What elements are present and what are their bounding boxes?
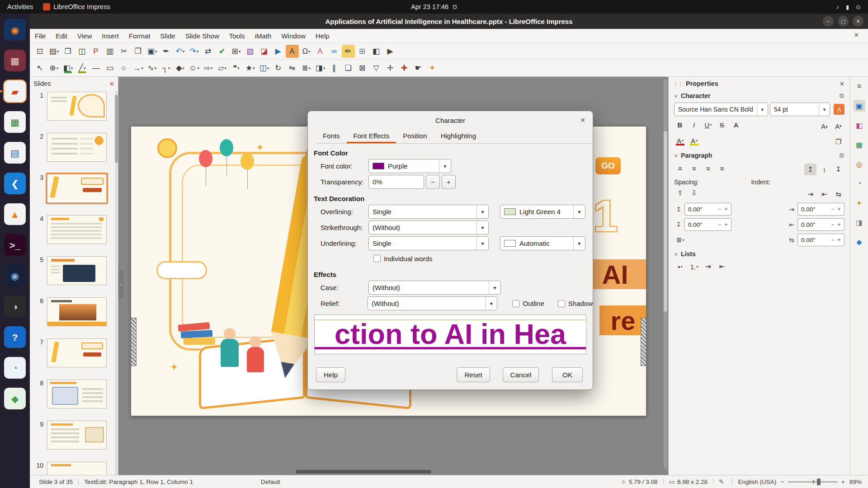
menu-slide[interactable]: Slide bbox=[155, 30, 180, 42]
arrange-icon[interactable]: ◨ ▾ bbox=[314, 61, 327, 75]
overlining-dropdown[interactable]: Single ▾ bbox=[368, 205, 489, 219]
navigator-deck-icon[interactable]: ◎ bbox=[854, 158, 865, 170]
overline-color-dropdown[interactable]: Light Green 4 ▾ bbox=[500, 205, 585, 219]
slide-thumbnail-6[interactable]: 6 bbox=[31, 296, 118, 328]
decrease-indent-button[interactable]: ⇤ bbox=[818, 188, 830, 200]
spin-up-icon[interactable]: + bbox=[836, 206, 842, 212]
chevron-down-icon[interactable]: ▾ bbox=[476, 221, 488, 234]
tab-font-effects[interactable]: Font Effects bbox=[347, 129, 396, 143]
start-slideshow-icon[interactable]: ▶ bbox=[384, 45, 397, 58]
slide-thumbnail-4[interactable]: 4 bbox=[31, 214, 118, 245]
align-right-button[interactable]: ≡ bbox=[702, 162, 714, 174]
insert-line-icon[interactable]: — bbox=[90, 61, 103, 75]
ordered-list-button[interactable]: 1. ▾ bbox=[688, 261, 700, 272]
comments-icon[interactable]: ⊡ bbox=[33, 45, 47, 58]
filter-icon[interactable]: ▽ bbox=[370, 61, 383, 75]
select-icon[interactable]: ↖ bbox=[33, 61, 47, 75]
dock-vlc[interactable]: ▲ bbox=[4, 203, 26, 225]
toggle-shadow-button[interactable]: A bbox=[730, 119, 742, 131]
zoom-icon[interactable]: ⊕ ▾ bbox=[47, 61, 61, 75]
clock-menu[interactable]: Apr 23 17:46 Ω bbox=[411, 3, 457, 10]
dock-calc[interactable]: ▦ bbox=[4, 111, 26, 133]
distribute-icon[interactable]: ∥ bbox=[328, 61, 341, 75]
italic-button[interactable]: I bbox=[688, 119, 700, 131]
window-title-bar[interactable]: Applications of Artificial Intelligence … bbox=[30, 14, 868, 29]
dock-photo-tool[interactable]: ◑ bbox=[4, 296, 26, 317]
underlining-dropdown[interactable]: Single ▾ bbox=[368, 236, 489, 250]
align-bottom-button[interactable]: ↧ bbox=[832, 164, 844, 175]
reset-button[interactable]: Reset bbox=[457, 367, 490, 382]
bold-button[interactable]: B bbox=[674, 119, 686, 131]
align-center-button[interactable]: ≡ bbox=[688, 162, 700, 174]
template-name[interactable]: Default bbox=[261, 479, 280, 485]
font-color-button[interactable]: A ▾ bbox=[674, 135, 686, 146]
spelling-icon[interactable]: ✔ bbox=[216, 45, 229, 58]
edit-points-icon[interactable]: ✛ bbox=[384, 61, 397, 75]
unordered-list-button[interactable]: • ▾ bbox=[674, 261, 686, 272]
spin-down-icon[interactable]: − bbox=[717, 206, 723, 212]
underline-color-dropdown[interactable]: Automatic ▾ bbox=[500, 236, 585, 250]
zoom-out-button[interactable]: − bbox=[781, 479, 784, 485]
menu-file[interactable]: File bbox=[30, 30, 51, 42]
interaction-icon[interactable]: ☛ bbox=[412, 61, 425, 75]
gallery-deck-icon[interactable]: ▦ bbox=[854, 139, 865, 150]
maximize-button[interactable]: ▢ bbox=[838, 16, 849, 27]
symbol-shapes-icon[interactable]: ☺ ▾ bbox=[188, 61, 201, 75]
animation-icon[interactable]: ✦ bbox=[426, 61, 439, 75]
strikethrough-button[interactable]: S bbox=[716, 119, 728, 131]
align-left-button[interactable]: ≡ bbox=[674, 162, 686, 174]
insert-textbox-icon[interactable]: A bbox=[286, 45, 299, 58]
ellipse-icon[interactable]: ○ bbox=[118, 61, 131, 75]
slide-thumbnail-5[interactable]: 5 bbox=[31, 255, 118, 286]
spacing-above-field[interactable]: 0.00″ − + bbox=[684, 203, 731, 216]
menu-edit[interactable]: Edit bbox=[51, 30, 72, 42]
rotate-icon[interactable]: ↻ bbox=[272, 61, 285, 75]
styles-deck-icon[interactable]: ◧ bbox=[854, 119, 865, 131]
insert-chart-icon[interactable]: ◪ bbox=[258, 45, 271, 58]
special-character-icon[interactable]: Ω ▾ bbox=[300, 45, 313, 58]
underline-button[interactable]: U ▾ bbox=[702, 119, 714, 131]
redo-icon[interactable]: ↷ ▾ bbox=[188, 45, 201, 58]
slide-thumbnail-7[interactable]: 7 bbox=[31, 337, 118, 369]
tab-fonts[interactable]: Fonts bbox=[316, 129, 347, 143]
dock-vscode[interactable]: ❮ bbox=[4, 173, 26, 194]
dock-software[interactable]: ◆ bbox=[4, 388, 26, 409]
master-slide-icon[interactable]: ◧ bbox=[370, 45, 383, 58]
character-spacing-button[interactable]: ❐ bbox=[832, 136, 844, 148]
3d-objects-icon[interactable]: ◫ ▾ bbox=[258, 61, 271, 75]
insert-image-icon[interactable]: ▧ bbox=[244, 45, 257, 58]
unsaved-changes-icon[interactable]: ✎ bbox=[719, 478, 724, 485]
tab-position[interactable]: Position bbox=[396, 129, 434, 143]
transparency-decrease-button[interactable]: − bbox=[426, 175, 440, 189]
spin-up-icon[interactable]: + bbox=[723, 206, 729, 212]
open-icon[interactable]: ❒ bbox=[61, 45, 75, 58]
align-top-button[interactable]: ↥ bbox=[804, 164, 816, 175]
export-pdf-icon[interactable]: P bbox=[90, 45, 103, 58]
chevron-down-icon[interactable]: ▾ bbox=[757, 103, 768, 116]
zoom-slider[interactable] bbox=[788, 481, 838, 483]
lists-section-header[interactable]: ∨ Lists bbox=[669, 248, 850, 259]
chevron-down-icon[interactable]: ▾ bbox=[573, 237, 585, 250]
activities-button[interactable]: Activities bbox=[7, 3, 33, 10]
chevron-down-icon[interactable]: ▾ bbox=[476, 237, 488, 250]
close-document-icon[interactable]: ✕ bbox=[848, 32, 865, 38]
decrease-size-button[interactable]: A ▾ bbox=[832, 120, 844, 132]
properties-deck-icon[interactable]: ▣ bbox=[854, 100, 865, 112]
basic-shapes-icon[interactable]: ◆ ▾ bbox=[174, 61, 187, 75]
undo-icon[interactable]: ↶ ▾ bbox=[174, 45, 187, 58]
hyperlink-icon[interactable]: ∞ bbox=[328, 45, 341, 58]
case-dropdown[interactable]: (Without) ▾ bbox=[368, 281, 501, 295]
cancel-button[interactable]: Cancel bbox=[503, 367, 539, 382]
zoom-slider-handle[interactable] bbox=[817, 479, 821, 485]
transparency-field[interactable]: 0% bbox=[368, 175, 424, 189]
fontwork-icon[interactable]: A bbox=[314, 45, 327, 58]
find-replace-icon[interactable]: ⇄ bbox=[202, 45, 215, 58]
zoom-level[interactable]: 89% bbox=[849, 479, 862, 485]
slide-thumbnail-8[interactable]: 8 bbox=[31, 378, 118, 410]
display-grid-icon[interactable]: ⊞ bbox=[356, 45, 369, 58]
dock-firefox[interactable]: ◉ bbox=[4, 19, 26, 41]
line-color-icon[interactable]: ╱ ▾ bbox=[75, 61, 89, 75]
character-section-header[interactable]: ∨ Character ⚙ bbox=[669, 89, 850, 101]
indent-before-field[interactable]: 0.00″ − + bbox=[797, 203, 844, 216]
new-presentation-icon[interactable]: ▤ ▾ bbox=[47, 45, 61, 58]
